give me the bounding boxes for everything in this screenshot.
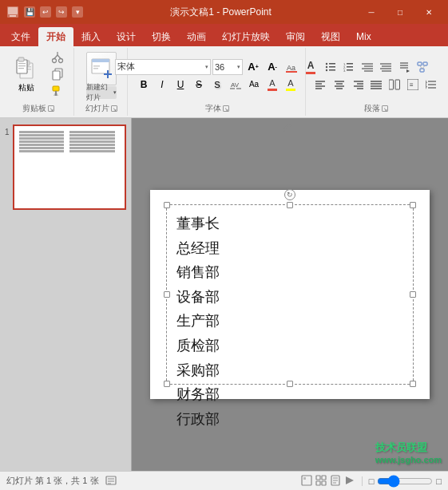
- new-slide-dropdown-btn[interactable]: 新建幻灯片 ▾: [86, 86, 117, 99]
- decrease-font-btn[interactable]: A-: [264, 59, 281, 75]
- handle-top-right[interactable]: [410, 202, 416, 208]
- handle-bottom-center[interactable]: [287, 381, 293, 387]
- font-expand-btn[interactable]: ↘: [223, 105, 229, 112]
- maximize-btn[interactable]: □: [387, 4, 413, 20]
- svg-rect-12: [18, 68, 24, 69]
- svg-rect-24: [92, 59, 109, 62]
- font-color-2-btn[interactable]: A: [264, 77, 281, 93]
- svg-marker-87: [290, 124, 292, 127]
- svg-point-38: [325, 69, 327, 70]
- handle-middle-left[interactable]: [164, 291, 170, 298]
- handle-top-left[interactable]: [164, 202, 170, 208]
- svg-text:Aa: Aa: [287, 64, 295, 72]
- underline-btn[interactable]: U: [172, 77, 189, 93]
- font-name-arrow-icon: ▾: [205, 64, 208, 70]
- strikethrough-btn[interactable]: S: [190, 77, 208, 93]
- undo-quick-btn[interactable]: ↩: [40, 6, 51, 18]
- font-color-2-label: A: [269, 78, 275, 88]
- tab-animations[interactable]: 动画: [179, 27, 214, 46]
- svg-rect-96: [316, 481, 320, 485]
- text-box[interactable]: ↻ 董事长总经理销售部设备部生产部质检部采购部财务部行政部: [166, 204, 414, 385]
- clipboard-content: 粘贴: [8, 49, 69, 101]
- cut-button[interactable]: [46, 49, 69, 65]
- font-size-select[interactable]: 36 ▾: [212, 59, 243, 75]
- slide-count-info: 幻灯片 第 1 张，共 1 张: [6, 475, 99, 487]
- clear-format-btn[interactable]: Aa: [283, 59, 300, 75]
- handle-middle-right[interactable]: [410, 291, 416, 298]
- svg-rect-20: [53, 86, 59, 91]
- handle-bottom-left[interactable]: [164, 381, 170, 387]
- redo-quick-btn[interactable]: ↪: [56, 6, 67, 18]
- rotate-handle[interactable]: ↻: [284, 189, 295, 200]
- justify-btn[interactable]: [367, 77, 385, 93]
- paragraph-expand-btn[interactable]: ↘: [382, 105, 388, 112]
- highlight-label: A: [287, 78, 293, 88]
- view-normal-btn[interactable]: [301, 475, 312, 488]
- decrease-indent-btn[interactable]: [359, 59, 376, 75]
- convert-smartart-btn[interactable]: [414, 59, 431, 75]
- svg-point-14: [59, 58, 63, 62]
- clipboard-expand-btn[interactable]: ↘: [48, 105, 54, 112]
- highlight-color-btn[interactable]: A: [282, 77, 299, 93]
- tab-file[interactable]: 文件: [3, 27, 38, 46]
- view-slide-sorter-btn[interactable]: [315, 475, 327, 488]
- slide-thumbnail[interactable]: [13, 124, 126, 210]
- bullets-btn[interactable]: [322, 59, 339, 75]
- line-spacing-btn[interactable]: [422, 77, 440, 93]
- align-center-btn[interactable]: [331, 77, 348, 93]
- new-slide-top-btn[interactable]: [86, 52, 117, 85]
- canvas-rotate-area: [280, 121, 299, 140]
- tab-home[interactable]: 开始: [38, 27, 73, 46]
- tab-mix[interactable]: Mix: [348, 27, 379, 46]
- zoom-slider[interactable]: [377, 476, 433, 487]
- close-btn[interactable]: ✕: [416, 4, 442, 20]
- paste-button[interactable]: 粘贴: [8, 49, 45, 99]
- view-slideshow-btn[interactable]: [344, 475, 355, 488]
- view-reading-btn[interactable]: [330, 475, 341, 488]
- font-name-select[interactable]: 宋体 ▾: [115, 59, 211, 75]
- svg-rect-9: [18, 57, 24, 61]
- handle-bottom-right[interactable]: [410, 381, 416, 387]
- bold-btn[interactable]: B: [135, 77, 153, 93]
- clipboard-group: 粘贴: [3, 48, 74, 116]
- watermark: 技术员联盟 www.jsgho.com: [375, 441, 442, 464]
- tab-transitions[interactable]: 切换: [144, 27, 179, 46]
- save-quick-btn[interactable]: 💾: [24, 6, 35, 18]
- increase-font-btn[interactable]: A+: [244, 59, 262, 75]
- svg-marker-22: [54, 91, 58, 96]
- handle-top-center[interactable]: [287, 202, 293, 208]
- font-size-arrow-icon: ▾: [237, 64, 240, 70]
- format-painter-button[interactable]: [46, 84, 69, 99]
- italic-btn[interactable]: I: [153, 77, 171, 93]
- svg-text:≡: ≡: [410, 81, 414, 89]
- align-right-btn[interactable]: [349, 77, 367, 93]
- copy-button[interactable]: [46, 66, 69, 81]
- columns-btn[interactable]: [386, 77, 403, 93]
- align-left-btn[interactable]: [312, 77, 330, 93]
- minimize-btn[interactable]: ─: [359, 4, 384, 20]
- tab-insert[interactable]: 插入: [73, 27, 109, 46]
- tab-review[interactable]: 审阅: [278, 27, 313, 46]
- status-left: 幻灯片 第 1 张，共 1 张: [6, 475, 117, 487]
- notes-btn[interactable]: [105, 475, 117, 486]
- tab-view[interactable]: 视图: [313, 27, 348, 46]
- text-direction-btn[interactable]: [395, 59, 413, 75]
- title-bar-left: 💾 ↩ ↪ ▾: [6, 6, 83, 18]
- tab-design[interactable]: 设计: [109, 27, 144, 46]
- change-case-btn[interactable]: Aa: [245, 77, 263, 93]
- shadow-btn[interactable]: S: [208, 77, 226, 93]
- zoom-fit-btn[interactable]: □: [436, 476, 442, 486]
- svg-rect-11: [18, 65, 26, 66]
- new-slide-button[interactable]: 新建幻灯片 ▾: [86, 52, 117, 99]
- tab-slideshow[interactable]: 幻灯片放映: [214, 27, 278, 46]
- slide-text-line: 采购部: [176, 358, 220, 383]
- numbering-btn[interactable]: 1. 2. 3.: [340, 59, 358, 75]
- increase-indent-btn[interactable]: [377, 59, 394, 75]
- text-align-btn[interactable]: ≡: [404, 77, 422, 93]
- svg-rect-35: [329, 63, 335, 65]
- slides-expand-btn[interactable]: ↘: [111, 105, 117, 112]
- font-group: 宋体 ▾ 36 ▾ A+ A- Aa A: [129, 48, 306, 116]
- slides-content: 新建幻灯片 ▾: [86, 49, 117, 101]
- char-spacing-btn[interactable]: AV: [227, 77, 244, 93]
- customize-quick-btn[interactable]: ▾: [72, 6, 83, 18]
